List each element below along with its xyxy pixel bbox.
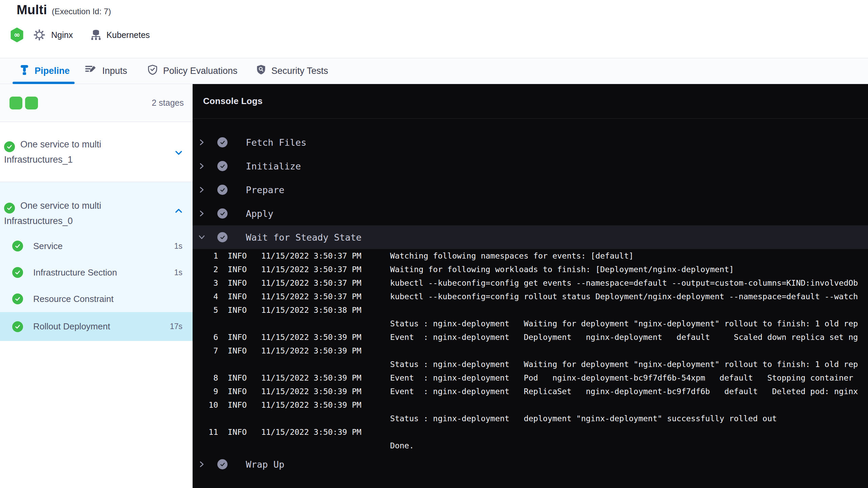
console-step-row[interactable]: Wait for Steady State: [193, 225, 868, 249]
step-list: Service 1s Infrastructure Section 1s Res…: [0, 233, 193, 341]
console-step-label: Wrap Up: [246, 459, 284, 470]
chevron-right-icon[interactable]: [198, 210, 205, 217]
infrastructure-name: Kubernetes: [106, 30, 150, 40]
success-check-icon: [217, 208, 228, 219]
console-step-row[interactable]: Wrap Up: [193, 452, 868, 476]
success-check-icon: [217, 137, 228, 147]
console-step-label: Initialize: [246, 161, 301, 171]
pipeline-icon: [20, 64, 29, 78]
console-step-list: Fetch Files Initialize Prepare Apply: [193, 119, 868, 476]
chevron-up-icon[interactable]: [175, 208, 182, 215]
harness-cd-icon: ∞: [10, 27, 24, 42]
pipeline-execution-page: Multi(Execution Id: 7) ∞: [0, 0, 868, 488]
stage-card-infrastructures-1[interactable]: One service to multi Infrastructures_1: [0, 122, 193, 182]
sidebar-step-row[interactable]: Resource Constraint: [0, 286, 193, 312]
tab-bar: Pipeline Inputs Policy Evaluations: [0, 58, 868, 84]
console-log-line: 4 INFO 11/15/2022 3:50:37 PM kubectl --k…: [194, 290, 868, 303]
shield-search-icon: [256, 64, 266, 78]
success-check-icon: [4, 141, 15, 152]
tab-label: Inputs: [102, 66, 127, 76]
step-duration: 17s: [170, 322, 182, 331]
console-log-line: 7 INFO 11/15/2022 3:50:39 PM: [194, 344, 868, 358]
chevron-right-icon[interactable]: [198, 186, 205, 193]
stage-name: One service to multi Infrastructures_1: [4, 139, 101, 165]
success-check-icon: [217, 185, 228, 195]
console-log-line: 3 INFO 11/15/2022 3:50:37 PM kubectl --k…: [194, 276, 868, 290]
console-log-line: Status : nginx-deployment Waiting for de…: [194, 317, 868, 330]
chevron-down-icon[interactable]: [175, 150, 182, 157]
chevron-right-icon[interactable]: [198, 139, 205, 146]
stage-indicator-square[interactable]: [9, 97, 22, 109]
console-step-row[interactable]: Fetch Files: [193, 130, 868, 154]
console-log-line: 8 INFO 11/15/2022 3:50:39 PM Event : ngi…: [194, 371, 868, 385]
execution-id: (Execution Id: 7): [52, 7, 111, 16]
step-label: Infrastructure Section: [33, 267, 117, 278]
tab-label: Policy Evaluations: [163, 66, 237, 76]
success-check-icon: [217, 161, 228, 171]
step-duration: 1s: [174, 268, 182, 277]
service-name: Nginx: [51, 30, 73, 40]
stage-title: One service to multi Infrastructures_1: [4, 137, 189, 167]
console-log-line: 11 INFO 11/15/2022 3:50:39 PM: [194, 425, 868, 439]
console-log-line: 2 INFO 11/15/2022 3:50:37 PM Waiting for…: [194, 263, 868, 276]
tab-policy-evaluations[interactable]: Policy Evaluations: [147, 58, 237, 84]
console-step-row[interactable]: Prepare: [193, 178, 868, 202]
chevron-right-icon[interactable]: [198, 163, 205, 169]
stage-card-infrastructures-0: One service to multi Infrastructures_0 S…: [0, 182, 193, 341]
tab-label: Security Tests: [271, 66, 328, 76]
console-log-line: Status : nginx-deployment deployment "ng…: [194, 412, 868, 425]
console-step-row[interactable]: Apply: [193, 202, 868, 225]
tab-label: Pipeline: [35, 66, 70, 76]
chevron-down-icon[interactable]: [198, 234, 205, 241]
console-logs-panel: Console Logs Fetch Files Initialize Prep…: [193, 84, 868, 488]
console-log-line: Status : nginx-deployment Waiting for de…: [194, 358, 868, 371]
tab-pipeline[interactable]: Pipeline: [20, 58, 70, 84]
stage-count-label: 2 stages: [152, 98, 184, 108]
stages-sidebar: 2 stages One service to multi Infrastruc…: [0, 84, 193, 488]
shield-check-icon: [147, 64, 158, 78]
console-step-label: Apply: [246, 208, 273, 219]
stage-header[interactable]: One service to multi Infrastructures_0: [0, 182, 193, 233]
success-check-icon: [217, 459, 228, 469]
header: Multi(Execution Id: 7) ∞: [0, 0, 868, 58]
console-step-label: Prepare: [246, 185, 284, 195]
success-check-icon: [217, 232, 228, 242]
page-title: Multi: [17, 3, 47, 17]
success-check-icon: [12, 267, 23, 278]
step-label: Resource Constraint: [33, 294, 114, 304]
stage-summary: 2 stages: [0, 84, 193, 122]
console-title: Console Logs: [203, 96, 263, 106]
infrastructure-icon: [90, 29, 102, 41]
console-step-label: Wait for Steady State: [246, 232, 361, 243]
sidebar-step-row[interactable]: Service 1s: [0, 233, 193, 259]
stage-title: One service to multi Infrastructures_0: [4, 198, 189, 229]
success-check-icon: [4, 203, 15, 214]
svg-text:∞: ∞: [14, 30, 20, 39]
sidebar-step-row[interactable]: Infrastructure Section 1s: [0, 259, 193, 286]
success-check-icon: [12, 241, 23, 251]
success-check-icon: [12, 293, 23, 304]
chevron-right-icon[interactable]: [198, 461, 205, 468]
success-check-icon: [12, 321, 23, 332]
console-step-row[interactable]: Initialize: [193, 154, 868, 178]
console-log-line: 5 INFO 11/15/2022 3:50:38 PM: [194, 303, 868, 317]
tab-security-tests[interactable]: Security Tests: [256, 58, 328, 84]
services-row: ∞ Nginx: [10, 27, 150, 43]
tab-inputs[interactable]: Inputs: [85, 58, 127, 84]
inputs-icon: [85, 65, 97, 77]
stage-indicator-square[interactable]: [25, 97, 38, 109]
console-log-line: 10 INFO 11/15/2022 3:50:39 PM: [194, 398, 868, 412]
step-label: Service: [33, 241, 63, 251]
sidebar-step-row[interactable]: Rollout Deployment 17s: [0, 312, 193, 341]
console-step-label: Fetch Files: [246, 137, 307, 148]
console-header: Console Logs: [193, 84, 868, 119]
gear-icon: [34, 29, 45, 41]
console-log-line: 9 INFO 11/15/2022 3:50:39 PM Event : ngi…: [194, 385, 868, 398]
title-row: Multi(Execution Id: 7): [17, 3, 111, 17]
console-log-block: 1 INFO 11/15/2022 3:50:37 PM Watching fo…: [194, 249, 868, 452]
console-log-line: Done.: [194, 439, 868, 452]
step-duration: 1s: [174, 242, 182, 251]
console-log-line: 6 INFO 11/15/2022 3:50:39 PM Event : ngi…: [194, 330, 868, 344]
step-label: Rollout Deployment: [33, 321, 110, 332]
stage-name: One service to multi Infrastructures_0: [4, 201, 101, 226]
